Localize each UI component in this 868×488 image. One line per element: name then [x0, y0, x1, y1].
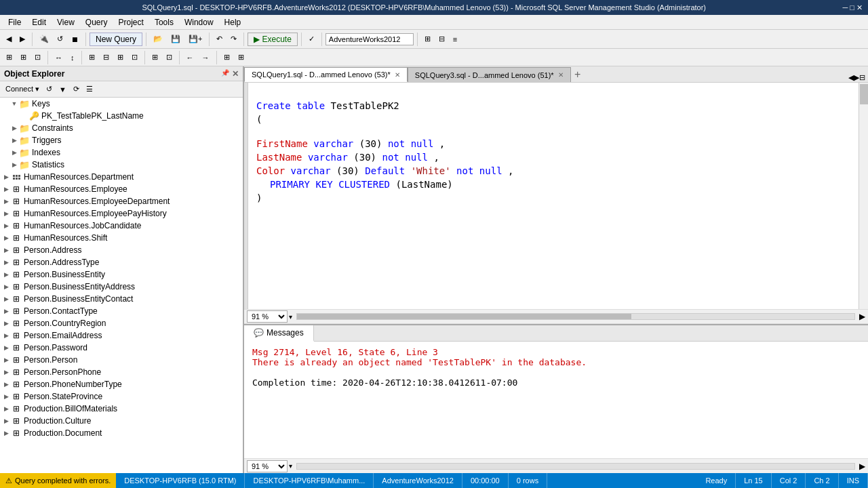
t2-btn12[interactable]: ← [183, 52, 197, 64]
list-item[interactable]: ▶ ⊞ Person.EmailAddress [0, 329, 243, 342]
list-item[interactable]: ▶ ⊞ Person.Address [0, 244, 243, 256]
oe-sync-icon[interactable]: ⟳ [71, 83, 82, 95]
zoom-arrow[interactable]: ▾ [289, 313, 292, 321]
list-item[interactable]: ▶ ⊞ Person.StateProvince [0, 390, 243, 403]
object-explorer: Object Explorer 📌 ✕ Connect ▾ ↺ ▼ ⟳ ☰ ▼ … [0, 66, 244, 473]
refresh-btn[interactable]: ↺ [54, 33, 66, 45]
t2-btn6[interactable]: ⊞ [85, 51, 98, 64]
toolbar-btn-misc3[interactable]: ≡ [450, 33, 460, 45]
tab1-close[interactable]: ✕ [395, 71, 400, 79]
menu-file[interactable]: File [3, 16, 26, 28]
t2-btn7[interactable]: ⊟ [100, 51, 113, 64]
tree-triggers-folder[interactable]: ▶ 📁 Triggers [0, 134, 243, 146]
t2-btn13[interactable]: → [199, 52, 213, 64]
t2-btn3[interactable]: ⊡ [31, 51, 44, 64]
list-item[interactable]: ▶ ⊞ Production.Culture [0, 415, 243, 427]
back-btn[interactable]: ◀ [3, 33, 15, 45]
oe-filter-icon[interactable]: ▼ [56, 84, 69, 95]
list-item[interactable]: ▶ ⊞ HumanResources.EmployeePayHistory [0, 207, 243, 220]
code-editor[interactable]: Create table TestTablePK2 ( FirstName va… [244, 83, 868, 309]
t2-btn11[interactable]: ⊡ [163, 51, 176, 64]
tab-sqlquery1[interactable]: SQLQuery1.sql - D...ammed Lenovo (53)* ✕ [244, 67, 408, 82]
tree-indexes-folder[interactable]: ▶ 📁 Indexes [0, 146, 243, 159]
close-oe-icon[interactable]: ✕ [232, 69, 239, 79]
redo-btn[interactable]: ↷ [227, 33, 240, 45]
h-scrollbar2[interactable] [296, 463, 855, 470]
tree-constraints-folder[interactable]: ▶ 📁 Constraints [0, 122, 243, 134]
forward-btn[interactable]: ▶ [16, 33, 28, 45]
list-item[interactable]: ▶ ⊞ Person.BusinessEntity [0, 268, 243, 281]
parse-btn[interactable]: ✓ [305, 33, 318, 45]
menu-window[interactable]: Window [179, 16, 219, 28]
open-btn[interactable]: 📂 [150, 33, 166, 45]
tab-scroll-left[interactable]: ◀ [848, 73, 854, 82]
t2-btn9[interactable]: ⊡ [128, 51, 141, 64]
oe-title: Object Explorer [4, 69, 64, 79]
connect-btn[interactable]: 🔌 [36, 33, 52, 45]
list-item[interactable]: ▶ ⊞ Production.BillOfMaterials [0, 403, 243, 415]
messages-tab[interactable]: 💬 Messages [244, 325, 314, 342]
pin-icon[interactable]: 📌 [221, 69, 229, 79]
status-server2: DESKTOP-HPV6RFB\Muhamm... [245, 473, 374, 488]
list-item[interactable]: ▶ ⊞ Person.Password [0, 342, 243, 354]
oe-connect-btn[interactable]: Connect ▾ [3, 83, 42, 95]
right-scrollbar[interactable] [859, 83, 868, 309]
list-item[interactable]: ▶ ⊞ HumanResources.JobCandidate [0, 220, 243, 232]
execute-button[interactable]: ▶ Execute [248, 33, 297, 46]
list-item[interactable]: ▶ ⊞ Person.Person [0, 354, 243, 366]
list-item[interactable]: ▶ ⊞ Person.BusinessEntityAddress [0, 281, 243, 293]
tab-max[interactable]: ⊟ [859, 73, 865, 82]
menu-query[interactable]: Query [80, 16, 113, 28]
oe-refresh-icon[interactable]: ↺ [43, 83, 55, 95]
list-item[interactable]: ▶ ⊞ Person.CountryRegion [0, 317, 243, 329]
list-item[interactable]: ▶ ⊞ HumanResources.Employee [0, 183, 243, 195]
menu-project[interactable]: Project [113, 16, 149, 28]
menu-tools[interactable]: Tools [149, 16, 179, 28]
new-query-button[interactable]: New Query [90, 33, 142, 46]
tree-statistics-folder[interactable]: ▶ 📁 Statistics [0, 159, 243, 171]
scroll-right-btn[interactable]: ▶ [859, 312, 865, 321]
tab-scroll-right[interactable]: ▶ [854, 73, 859, 82]
list-item[interactable]: ▶ ⊞ Person.BusinessEntityContact [0, 293, 243, 305]
t2-btn5[interactable]: ↕ [67, 52, 78, 64]
tree-pk-item[interactable]: 🔑 PK_TestTablePK_LastName [0, 110, 243, 122]
zoom-select[interactable]: 91 % 100 % [247, 310, 288, 323]
oe-summary-icon[interactable]: ☰ [83, 83, 96, 95]
list-item[interactable]: ▶ ⊞ Person.PersonPhone [0, 366, 243, 378]
t2-btn10[interactable]: ⊞ [149, 51, 161, 64]
list-item[interactable]: ▶ ⊞ Person.ContactType [0, 305, 243, 317]
list-item[interactable]: ▶ ⊞ Person.AddressType [0, 256, 243, 268]
list-item[interactable]: ▶ ⊞ Person.PhoneNumberType [0, 378, 243, 390]
t2-btn15[interactable]: ⊞ [235, 51, 248, 64]
t2-btn4[interactable]: ↔ [52, 52, 66, 64]
list-item[interactable]: ▶ HumanResources.Department [0, 171, 243, 183]
tab-sqlquery3[interactable]: SQLQuery3.sql - D...ammed Lenovo (51)* ✕ [408, 67, 571, 82]
table-icon10: ⊞ [11, 281, 22, 292]
tree-keys-folder[interactable]: ▼ 📁 Keys [0, 98, 243, 110]
t2-btn14[interactable]: ⊞ [220, 51, 233, 64]
database-selector[interactable] [326, 33, 414, 45]
scroll-right-btn2[interactable]: ▶ [859, 462, 865, 471]
list-item[interactable]: ▶ ⊞ HumanResources.Shift [0, 232, 243, 244]
save-btn[interactable]: 💾 [167, 33, 184, 45]
toolbar-btn-misc1[interactable]: ⊞ [421, 33, 434, 45]
h-scrollbar[interactable] [296, 313, 855, 320]
undo-btn[interactable]: ↶ [213, 33, 226, 45]
menu-edit[interactable]: Edit [26, 16, 52, 28]
t2-btn8[interactable]: ⊞ [114, 51, 127, 64]
zoom-arrow2[interactable]: ▾ [289, 462, 292, 470]
table-icon20: ⊞ [11, 403, 22, 414]
list-item[interactable]: ▶ ⊞ HumanResources.EmployeeDepartment [0, 195, 243, 207]
t2-btn2[interactable]: ⊞ [17, 51, 30, 64]
zoom-select2[interactable]: 91 % [247, 460, 288, 472]
list-item[interactable]: ▶ ⊞ Production.Document [0, 427, 243, 439]
toolbar-btn-misc2[interactable]: ⊟ [435, 33, 448, 45]
menu-view[interactable]: View [52, 16, 80, 28]
tab3-close[interactable]: ✕ [558, 71, 564, 79]
messages-panel: 💬 Messages Msg 2714, Level 16, State 6, … [244, 324, 868, 473]
t2-btn1[interactable]: ⊞ [3, 51, 16, 64]
add-tab-button[interactable]: + [571, 67, 585, 82]
stop-btn[interactable]: ⏹ [68, 33, 82, 45]
save-all-btn[interactable]: 💾+ [185, 33, 205, 45]
menu-help[interactable]: Help [219, 16, 247, 28]
